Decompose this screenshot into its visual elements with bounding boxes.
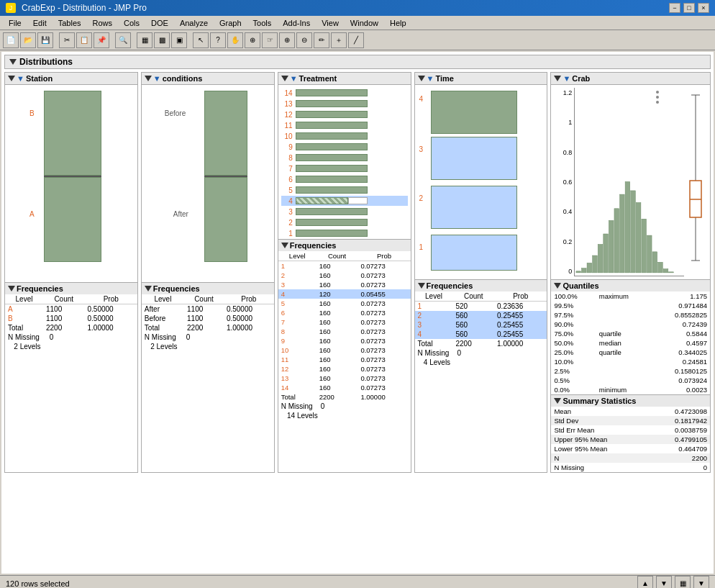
crab-quantiles-toggle[interactable]	[554, 283, 561, 289]
trt-row-9: 91600.07273	[278, 336, 411, 345]
station-col-prob: Prob	[85, 294, 137, 304]
trt-row-10: 101600.07273	[278, 345, 411, 355]
quant-row-75: 75.0%quartile0.5844	[551, 329, 710, 338]
conditions-blue-arrow: ▼	[153, 74, 161, 83]
menu-doe[interactable]: DOE	[145, 18, 174, 28]
trt-row-13: 131600.07273	[278, 374, 411, 383]
station-toggle[interactable]	[8, 76, 15, 81]
crab-y-0.2: 0.2	[554, 238, 572, 245]
toolbar-arrow[interactable]: ↖	[193, 32, 209, 48]
toolbar-plus[interactable]: ＋	[331, 32, 347, 48]
toolbar-save[interactable]: 💾	[37, 32, 53, 48]
time-freq-table: Level Count Prob 15200.23636 25600.25455…	[415, 291, 547, 348]
summ-lower95: Lower 95% Mean0.464709	[551, 444, 710, 453]
close-button[interactable]: ×	[698, 3, 709, 13]
menu-file[interactable]: File	[3, 18, 27, 28]
toolbar-b2[interactable]: ▩	[154, 32, 170, 48]
conditions-toggle[interactable]	[145, 76, 152, 81]
toolbar-hand[interactable]: ✋	[227, 32, 243, 48]
toolbar-b1[interactable]: ▦	[137, 32, 152, 48]
crab-summary-toggle[interactable]	[554, 398, 561, 404]
toolbar-cut[interactable]: ✂	[59, 32, 75, 48]
time-freq-toggle[interactable]	[418, 283, 425, 289]
toolbar-pan[interactable]: ☞	[262, 32, 278, 48]
minimize-button[interactable]: −	[669, 3, 680, 13]
menu-tools[interactable]: Tools	[247, 18, 278, 28]
status-btn-grid[interactable]: ▦	[675, 576, 691, 589]
time-freq-header: Frequencies	[415, 279, 547, 291]
status-btn-more[interactable]: ▼	[693, 576, 709, 589]
station-freq-toggle[interactable]	[8, 286, 15, 291]
toolbar-line[interactable]: ╱	[348, 32, 364, 48]
treatment-freq-toggle[interactable]	[281, 243, 288, 248]
toolbar-zoom-out[interactable]: ⊖	[296, 32, 312, 48]
menu-edit[interactable]: Edit	[27, 18, 53, 28]
crab-summary-header: Summary Statistics	[551, 394, 710, 407]
treatment-bar-8: 8	[281, 153, 408, 163]
time-chart: 4 3 2 1	[415, 85, 547, 279]
menu-help[interactable]: Help	[384, 18, 412, 28]
menu-cols[interactable]: Cols	[118, 18, 145, 28]
cond-col-prob: Prob	[224, 294, 274, 304]
menu-graph[interactable]: Graph	[214, 18, 247, 28]
toolbar-brush[interactable]: ✏	[314, 32, 329, 48]
toolbar-open[interactable]: 📂	[20, 32, 36, 48]
toolbar-b3[interactable]: ▣	[171, 32, 187, 48]
quant-row-0.5: 0.5%0.073924	[551, 376, 710, 385]
svg-rect-0	[576, 271, 581, 273]
menu-addins[interactable]: Add-Ins	[277, 18, 316, 28]
quant-row-2.5: 2.5%0.1580125	[551, 366, 710, 376]
conditions-freq-table: Level Count Prob After 1100 0.50000 Befo…	[142, 294, 274, 333]
toolbar-help[interactable]: ?	[210, 32, 226, 48]
maximize-button[interactable]: □	[683, 3, 695, 13]
quant-row-97.5: 97.5%0.8552825	[551, 310, 710, 320]
toolbar-copy[interactable]: 📋	[76, 32, 92, 48]
cond-prob-before: 0.50000	[224, 314, 274, 323]
toolbar-search[interactable]: 🔍	[115, 32, 131, 48]
svg-rect-11	[637, 203, 642, 273]
treatment-bar-10: 10	[281, 131, 408, 141]
svg-rect-10	[631, 191, 636, 273]
status-btn-down[interactable]: ▼	[656, 576, 672, 589]
time-toggle[interactable]	[418, 76, 425, 81]
svg-rect-5	[604, 234, 609, 273]
trt-row-6: 61600.07273	[278, 308, 411, 317]
app-icon: J	[6, 3, 16, 13]
station-col-count: Count	[43, 294, 85, 304]
station-title: Station	[26, 74, 53, 83]
conditions-freq-toggle[interactable]	[145, 286, 152, 291]
toolbar-globe[interactable]: ⊕	[245, 32, 260, 48]
treatment-bar-7: 7	[281, 163, 408, 173]
crab-y-axis: 1.2 1 0.8 0.6 0.4 0.2 0	[554, 88, 574, 276]
treatment-nlevels: 14 Levels	[278, 411, 411, 420]
treatment-bar-6: 6	[281, 174, 408, 184]
status-btn-up[interactable]: ▲	[637, 576, 653, 589]
station-freq-header: Frequencies	[5, 282, 137, 294]
trt-row-5: 51600.07273	[278, 299, 411, 308]
menu-tables[interactable]: Tables	[53, 18, 87, 28]
distributions-toggle[interactable]	[9, 59, 17, 65]
toolbar-paste[interactable]: 📌	[94, 32, 109, 48]
crab-toggle[interactable]	[554, 76, 561, 81]
time-panel: ▼ Time 4 3 2 1	[414, 72, 548, 473]
summ-n: N2200	[551, 453, 710, 463]
menu-view[interactable]: View	[316, 18, 345, 28]
conditions-after-label: After	[173, 210, 188, 218]
crab-summary-title: Summary Statistics	[563, 397, 636, 405]
menu-analyze[interactable]: Analyze	[174, 18, 214, 28]
treatment-bar-12: 12	[281, 109, 408, 119]
treatment-freq-table: Level Count Prob 11600.07273 21600.07273…	[278, 251, 411, 402]
treatment-bar-1: 1	[281, 228, 408, 238]
crab-header: ▼ Crab	[551, 73, 710, 85]
treatment-toggle[interactable]	[281, 76, 288, 81]
toolbar-zoom-in[interactable]: ⊕	[279, 32, 295, 48]
time-bar-4	[431, 91, 517, 134]
menu-rows[interactable]: Rows	[87, 18, 119, 28]
treatment-panel: ▼ Treatment 14 13 12 11 10 9 8 7 6 5 4	[278, 72, 411, 473]
time-nmissing: N Missing 0	[415, 348, 547, 358]
treatment-freq-header: Frequencies	[278, 239, 411, 251]
menu-window[interactable]: Window	[345, 18, 384, 28]
toolbar-new[interactable]: 📄	[3, 32, 19, 48]
trt-row-1: 11600.07273	[278, 261, 411, 271]
svg-rect-7	[614, 209, 619, 273]
